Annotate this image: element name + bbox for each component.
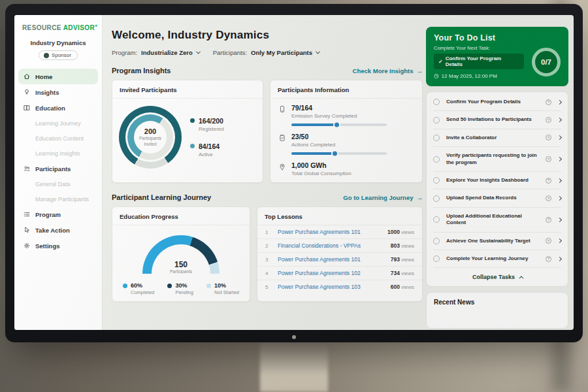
recent-news-title: Recent News bbox=[434, 299, 474, 306]
sidebar-item-general-data[interactable]: General Data bbox=[18, 176, 98, 191]
checkbox-icon[interactable] bbox=[433, 117, 440, 123]
checkbox-icon[interactable] bbox=[433, 255, 440, 262]
info-icon[interactable]: ? bbox=[546, 195, 551, 201]
card-title: Education Progress bbox=[112, 207, 250, 225]
sidebar-item-take-action[interactable]: Take Action bbox=[18, 222, 98, 238]
todo-progress-ring: 0/7 bbox=[532, 48, 561, 76]
info-icon[interactable]: ? bbox=[546, 99, 551, 105]
info-icon[interactable]: ? bbox=[546, 135, 551, 140]
sidebar-item-settings[interactable]: Settings bbox=[18, 238, 98, 253]
sidebar-item-label: Education Content bbox=[35, 135, 84, 142]
chevron-right-icon[interactable] bbox=[557, 100, 562, 105]
legend-item: 30% Pending bbox=[167, 282, 193, 295]
lesson-rank: 5 bbox=[265, 284, 274, 290]
checkbox-icon[interactable] bbox=[433, 177, 440, 184]
program-insights-cards: Invited Participants 200 Participants In… bbox=[112, 80, 423, 183]
collapse-tasks-link[interactable]: Collapse Tasks bbox=[433, 268, 561, 284]
sponsor-badge[interactable]: Sponsor bbox=[39, 50, 78, 60]
lesson-link[interactable]: Power Purchase Agreements 101 bbox=[278, 229, 384, 235]
sidebar-item-education-content[interactable]: Education Content bbox=[18, 131, 98, 146]
chevron-right-icon[interactable] bbox=[557, 178, 562, 183]
invited-donut-chart: 200 Participants Invited bbox=[119, 106, 182, 169]
checkbox-icon[interactable] bbox=[433, 238, 440, 244]
legend-dot-completed bbox=[123, 284, 127, 288]
app-logo[interactable]: RESOURCE ADVISOR+ bbox=[14, 15, 102, 31]
lesson-views: 793views bbox=[391, 256, 414, 263]
todo-task-row[interactable]: Complete Your Learning Journey ? bbox=[433, 250, 561, 268]
sidebar-item-insights[interactable]: Insights bbox=[18, 84, 98, 100]
chevron-right-icon[interactable] bbox=[557, 135, 562, 140]
todo-task-row[interactable]: Confirm Your Program Details ? bbox=[433, 93, 561, 111]
todo-task-row[interactable]: Achieve One Sustainability Target ? bbox=[433, 233, 561, 250]
sidebar: RESOURCE ADVISOR+ Industry Dynamics Spon… bbox=[14, 15, 103, 330]
sidebar-item-manage-participants[interactable]: Manage Participants bbox=[18, 191, 98, 206]
legend-value: 30% bbox=[175, 282, 193, 289]
lightbulb-icon bbox=[23, 88, 31, 96]
sidebar-item-learning-insights[interactable]: Learning Insights bbox=[18, 146, 98, 161]
monitor-led bbox=[292, 335, 296, 339]
lesson-rank: 3 bbox=[265, 257, 274, 263]
checkbox-icon[interactable] bbox=[433, 216, 440, 223]
lesson-row: 2 Financial Considerations - VPPAs 803vi… bbox=[257, 239, 422, 253]
card-title: Participants Information bbox=[270, 80, 422, 99]
book-icon bbox=[23, 104, 31, 112]
gauge-center-value: 150 bbox=[142, 261, 220, 269]
chevron-right-icon[interactable] bbox=[557, 196, 562, 201]
chevron-right-icon[interactable] bbox=[557, 157, 562, 161]
check-more-insights-link[interactable]: Check More Insights → bbox=[353, 67, 423, 74]
lesson-link[interactable]: Power Purchase Agreements 103 bbox=[278, 284, 387, 290]
info-row-actions: 23/50 Actions Completed bbox=[270, 127, 422, 155]
todo-task-row[interactable]: Send 50 Invitations to Participants ? bbox=[433, 111, 561, 129]
chevron-right-icon[interactable] bbox=[557, 238, 562, 243]
page-title: Welcome, Industry Dynamics bbox=[112, 29, 423, 42]
todo-summary-card: Your To Do List Complete Your Next Task:… bbox=[426, 27, 568, 86]
program-filter[interactable]: Program: Industrialize Zero bbox=[112, 49, 200, 56]
info-value: 23/50 bbox=[291, 133, 335, 140]
task-label: Complete Your Learning Journey bbox=[446, 255, 542, 262]
checkbox-icon[interactable] bbox=[433, 135, 440, 141]
checkbox-icon[interactable] bbox=[433, 156, 440, 163]
donut-center-label: Participants Invited bbox=[137, 136, 163, 146]
info-icon[interactable]: ? bbox=[546, 117, 551, 123]
todo-task-row[interactable]: Verify participants requesting to join t… bbox=[433, 147, 561, 172]
sidebar-item-home[interactable]: Home bbox=[18, 69, 98, 84]
sidebar-item-learning-journey[interactable]: Learning Journey bbox=[18, 116, 98, 131]
sidebar-item-label: General Data bbox=[35, 181, 71, 188]
arrow-right-icon: → bbox=[417, 194, 423, 201]
checkbox-icon[interactable] bbox=[433, 195, 440, 202]
lesson-link[interactable]: Power Purchase Agreements 102 bbox=[278, 270, 387, 276]
card-title: Invited Participants bbox=[112, 80, 263, 99]
todo-task-row[interactable]: Explore Your Insights Dashboard ? bbox=[433, 172, 561, 189]
todo-task-row[interactable]: Upload Additional Educational Content ? bbox=[433, 208, 561, 233]
participants-filter-label: Participants: bbox=[213, 49, 247, 56]
checkbox-icon[interactable] bbox=[433, 99, 440, 105]
task-label: Invite a Collaborator bbox=[446, 135, 542, 141]
sidebar-item-program[interactable]: Program bbox=[18, 206, 98, 222]
go-to-learning-journey-link[interactable]: Go to Learning Journey → bbox=[343, 194, 423, 201]
participants-filter[interactable]: Participants: Only My Participants bbox=[213, 49, 319, 56]
chevron-right-icon[interactable] bbox=[557, 118, 562, 122]
sidebar-item-participants[interactable]: Participants bbox=[18, 161, 98, 176]
collapse-label: Collapse Tasks bbox=[472, 274, 515, 280]
gear-icon bbox=[23, 242, 31, 250]
info-icon[interactable]: ? bbox=[546, 156, 551, 162]
sidebar-item-education[interactable]: Education bbox=[18, 100, 98, 116]
info-icon[interactable]: ? bbox=[546, 178, 551, 184]
info-icon[interactable]: ? bbox=[546, 238, 551, 244]
lesson-link[interactable]: Power Purchase Agreements 101 bbox=[278, 256, 387, 263]
legend-dot-active bbox=[190, 144, 195, 148]
todo-title: Your To Do List bbox=[434, 33, 561, 42]
info-icon[interactable]: ? bbox=[546, 256, 551, 262]
todo-task-row[interactable]: Invite a Collaborator ? bbox=[433, 129, 561, 147]
next-task-pill[interactable]: ✓ Confirm Your Program Details bbox=[434, 54, 524, 69]
todo-task-row[interactable]: Upload Spend Data Records ? bbox=[433, 189, 561, 207]
legend-value: 10% bbox=[214, 282, 239, 289]
check-icon: ✓ bbox=[438, 59, 443, 65]
task-label: Achieve One Sustainability Target bbox=[446, 238, 542, 244]
chevron-right-icon[interactable] bbox=[557, 218, 562, 222]
top-lessons-card: Top Lessons 1 Power Purchase Agreements … bbox=[257, 206, 423, 302]
lesson-link[interactable]: Financial Considerations - VPPAs bbox=[278, 242, 387, 249]
chevron-right-icon[interactable] bbox=[557, 257, 562, 261]
todo-panel: Your To Do List Complete Your Next Task:… bbox=[426, 27, 568, 329]
info-icon[interactable]: ? bbox=[546, 217, 551, 223]
